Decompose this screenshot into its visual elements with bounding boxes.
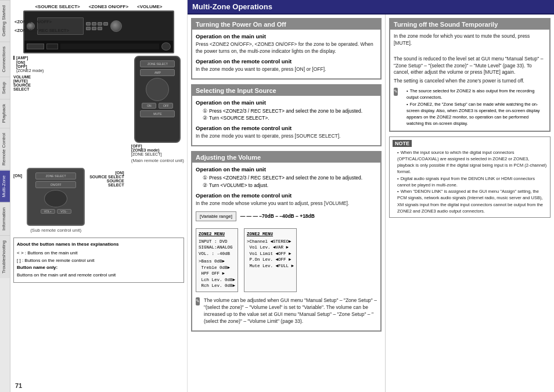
menu2-row-4: P.On Lev. ◄OFF ► [247, 257, 294, 263]
sidebar-tab-connections[interactable]: Connections [0, 41, 10, 77]
pencil-icon: ✎ [196, 297, 200, 305]
on-right-label: [OFF] [131, 144, 162, 148]
zone2-menu-1-title: ZONE2 MENU [199, 231, 235, 238]
left-panel: <SOURCE SELECT> <ZONE3 ON/OFF> <VOLUME> [10, 0, 188, 392]
menu-row-3: VOL. : -40dB [199, 251, 235, 257]
main-remote-caption: (Main remote control unit) [131, 158, 184, 163]
volume-remote-title: Operation on the remote control unit [196, 192, 377, 199]
sound-off-body: In the zone mode for which you want to m… [394, 33, 546, 47]
legend-item-4: Buttons on the main unit and remote cont… [17, 272, 181, 279]
menu2-row-1: >Channel ◄STEREO► [247, 239, 294, 245]
sidebar-tab-setup[interactable]: Setup [0, 77, 10, 99]
volume-label: <VOLUME> [137, 4, 163, 9]
menu-row-5: Treble 0dB► [199, 265, 235, 271]
zone2-menu-1: ZONE2 MENU INPUT : DVD SIGNAL:ANALOG VOL… [196, 228, 238, 292]
zone3-mode-label: [ZONE SELECT] [131, 152, 162, 156]
sub-remote-unit: ZONE SELECT ON/OFF VOL+ VOL- [27, 168, 85, 226]
power-main-unit-text: Press <ZONE2 ON/OFF>, <ZONE3 ON/OFF> for… [196, 41, 377, 55]
volume-remote-text: In the zone mode whose volume you want t… [196, 200, 377, 207]
legend-box: About the button names in these explanat… [13, 238, 184, 283]
sound-off-bullet-2: For ZONE2, the "Zone Setup" can be made … [406, 101, 546, 127]
sidebar-tab-information[interactable]: Information [0, 202, 10, 235]
sidebar: Getting Started Connections Setup Playba… [0, 0, 10, 392]
variable-range-label: [Variable range] [196, 211, 236, 221]
power-section-box: Turning the Power On and Off Operation o… [191, 18, 382, 80]
volume-section-header: Adjusting the Volume [192, 152, 380, 163]
knob-volume [110, 20, 122, 32]
source-select-sub-label2: SELECT [89, 183, 124, 187]
off-sub-label: [ON] [13, 174, 22, 178]
button-7 [98, 27, 102, 30]
source-select-sub-label: SOURCE [89, 179, 124, 183]
menu-display-row: ZONE2 MENU INPUT : DVD SIGNAL:ANALOG VOL… [196, 226, 377, 294]
off-right-label: (ZONE3 mode) [131, 148, 162, 152]
input-main-unit-title: Operation on the main unit [196, 99, 377, 106]
sound-off-bullets: The source selected for ZONE2 is also ou… [406, 88, 546, 127]
sidebar-tab-troubleshooting[interactable]: Troubleshooting [0, 235, 10, 278]
main-content: <SOURCE SELECT> <ZONE3 ON/OFF> <VOLUME> [10, 0, 554, 392]
note-box-items: When the input source to which the digit… [397, 149, 547, 215]
amp-label: [AMP] [13, 56, 127, 60]
input-remote-text: In the zone mode you want to operate, pr… [196, 133, 377, 140]
mute-label: [MUTE] [13, 79, 127, 83]
source-select-side-label: SOURCE [13, 83, 127, 87]
on-sub-label: SOURCE SELECT [89, 175, 124, 179]
button-5 [86, 27, 91, 30]
variable-range-value: — — — –70dB – –40dB – +18dB [240, 213, 315, 219]
menu-row-6: HPF OFF ► [199, 271, 235, 277]
right-panel: Multi-Zone Operations Turning the Power … [188, 0, 554, 392]
remote-dpad [146, 78, 169, 101]
main-column: Turning the Power On and Off Operation o… [188, 15, 386, 392]
menu-row-7: Lch Lev. 0dB► [199, 277, 235, 283]
zone23-rec-label: <ZONE2/3 / REC SELECT> [15, 28, 69, 33]
off-label: [OFF] [13, 64, 127, 69]
zone2-menu-2-title: ZONE2 MENU [247, 231, 294, 238]
button-1 [86, 22, 91, 26]
remote-btn-1: ZONE SELECT [140, 60, 175, 67]
input-section-header: Selecting the Input Source [192, 85, 380, 96]
legend-item-3: Button name only: [17, 264, 181, 272]
button-4 [103, 22, 108, 26]
sound-off-text3: The setting is canceled when the zone's … [394, 78, 546, 85]
input-step-2: Turn <SOURCE SELECT>. [203, 114, 377, 122]
legend-title: About the button names in these explanat… [17, 241, 181, 249]
menu2-row-5: Mute Lev. ◄FULL ► [247, 263, 294, 269]
input-section-box: Selecting the Input Source Operation on … [191, 84, 382, 146]
sound-off-bullet-1: The source selected for ZONE2 is also ou… [406, 88, 546, 101]
power-main-unit-title: Operation on the main unit [196, 33, 377, 39]
volume-side-label: VOLUME [13, 75, 127, 79]
menu2-row-2: Vol Lev. ◄VAR ► [247, 244, 294, 251]
main-section-header: Multi-Zone Operations [188, 0, 554, 15]
legend-item-1: < > : Buttons on the main unit [17, 250, 181, 257]
note-box: NOTE When the input source to which the … [389, 136, 551, 218]
zone2-onoff-label: <ZONE2 ON/OFF> [15, 19, 52, 24]
sidebar-tab-multizone[interactable]: Multi-Zone [0, 170, 10, 202]
remote-btn-2: AMP [140, 69, 175, 76]
input-main-steps: Press <ZONE2/3 / REC SELECT> and select … [203, 107, 377, 123]
volume-section-content: Operation on the main unit Press <ZONE2/… [192, 163, 380, 330]
volume-step-1: Press <ZONE2/3 / REC SELECT> and select … [203, 174, 377, 182]
sub-remote-area: [ON] ZONE SELECT ON/OFF VOL+ [13, 168, 184, 233]
power-remote-title: Operation on the remote control unit [196, 58, 377, 64]
sidebar-tab-playback[interactable]: Playback [0, 99, 10, 127]
input-step-1: Press <ZONE2/3 / REC SELECT> and select … [203, 107, 377, 115]
sidebar-tab-getting-started[interactable]: Getting Started [0, 0, 10, 41]
zone2-menu-2: ZONE2 MENU >Channel ◄STEREO► Vol Lev. ◄V… [244, 228, 297, 292]
zone2-mode-label: (ZONE2 mode) [13, 69, 127, 73]
menu-row-2: SIGNAL:ANALOG [199, 244, 235, 251]
sound-off-text2: The sound is reduced to the level set at… [394, 56, 546, 77]
note-item-1: When the input source to which the digit… [397, 149, 547, 175]
source-select-side-label2: SELECT [13, 87, 127, 91]
source-select-label: <SOURCE SELECT> [35, 4, 80, 9]
power-section-content: Operation on the main unit Press <ZONE2 … [192, 30, 380, 78]
power-section-header: Turning the Power On and Off [192, 19, 380, 30]
volume-section-box: Adjusting the Volume Operation on the ma… [191, 151, 382, 331]
volume-main-steps: Press <ZONE2/3 / REC SELECT> and select … [203, 174, 377, 189]
on-label: [ON] [13, 60, 127, 64]
volume-note-text: The volume can be adjusted when GUI menu… [204, 297, 377, 325]
button-6 [92, 27, 96, 30]
page-number: 71 [15, 382, 22, 389]
menu-row-1: INPUT : DVD [199, 239, 235, 245]
top-labels: <SOURCE SELECT> <ZONE3 ON/OFF> <VOLUME> [13, 3, 184, 10]
sidebar-tab-remote[interactable]: Remote Control [0, 128, 10, 170]
